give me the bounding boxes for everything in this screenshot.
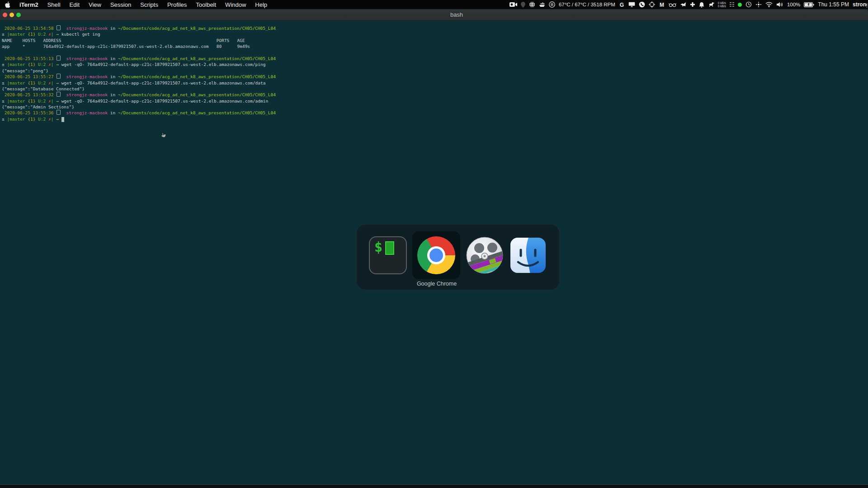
terminal-text: |master xyxy=(7,62,25,67)
chrome-inner-ring xyxy=(427,246,445,264)
terminal-text: {1} xyxy=(25,117,36,122)
terminal-text: |master xyxy=(7,80,25,85)
zoom-button[interactable] xyxy=(16,13,21,17)
terminal-text: ± xyxy=(2,62,7,67)
clipboard-icon xyxy=(57,92,61,97)
menu-item-help[interactable]: Help xyxy=(250,0,272,9)
terminal-text: strongjz-macbook xyxy=(66,74,108,79)
network-speed-readout[interactable]: 0 kB/s 0 kB/s xyxy=(718,1,726,8)
terminal-text: in xyxy=(108,26,118,31)
selected-app-label: Google Chrome xyxy=(417,281,457,287)
apple-icon[interactable] xyxy=(0,0,15,9)
terminal-line: 2020-06-25 13:55:13 strongjz-macbook in … xyxy=(2,56,868,61)
terminal-text: |master xyxy=(7,99,25,103)
traffic-lights xyxy=(3,13,21,17)
terminal-text: {"message":"Database Connected"} xyxy=(2,86,85,91)
terminal-text: in xyxy=(108,74,118,79)
terminal-text: in xyxy=(108,56,118,61)
terminal-text: {1} xyxy=(25,62,36,67)
terminal-text: strongjz-macbook xyxy=(66,110,108,115)
dog-icon[interactable] xyxy=(708,0,714,9)
display-icon[interactable] xyxy=(628,0,635,9)
terminal-line: ± |master {1} U:2 ✗| → kubectl get ing xyxy=(2,31,868,37)
mouse-cursor-hand-icon xyxy=(160,132,167,141)
terminal-text: ~/Documents/code/acg_ad_net_k8_aws_prese… xyxy=(118,110,276,115)
menu-item-profiles[interactable]: Profiles xyxy=(163,0,191,9)
menu-item-scripts[interactable]: Scripts xyxy=(136,0,163,9)
dollar-glyph: $ xyxy=(374,239,382,255)
window-title-bar[interactable]: bash xyxy=(0,9,868,21)
terminal-text: U:2 xyxy=(35,80,48,85)
terminal-line: ± |master {1} U:2 ✗| → xyxy=(2,116,868,122)
menu-item-window[interactable]: Window xyxy=(221,0,250,9)
chrome-blue-center xyxy=(429,249,443,262)
terminal-text: wget -qO- 764a4912-default-app-c21c-1879… xyxy=(61,80,266,85)
terminal-text: {1} xyxy=(25,80,36,85)
plus-icon[interactable] xyxy=(690,0,695,9)
eq-bars-icon[interactable] xyxy=(730,0,734,9)
menu-username[interactable]: strong xyxy=(853,1,867,8)
terminal-text: 2020-06-25 13:54:58 xyxy=(2,26,56,31)
app-icon-screenflow[interactable] xyxy=(466,236,504,274)
volume-icon[interactable] xyxy=(776,0,783,9)
terminal-line: NAME HOSTS ADDRESS PORTS AGE xyxy=(2,38,868,43)
terminal-text xyxy=(61,110,66,115)
app-icon-google-chrome[interactable] xyxy=(412,231,460,279)
terminal-text: U:2 xyxy=(35,32,48,37)
terminal-text: → xyxy=(53,117,61,122)
window-title: bash xyxy=(450,11,463,18)
menu-item-edit[interactable]: Edit xyxy=(65,0,84,9)
crosshair-icon[interactable] xyxy=(649,0,655,9)
terminal-text: wget -qO- 764a4912-default-app-c21c-1879… xyxy=(61,62,266,67)
sensor-readout[interactable]: 67°C / 67°C / 3518 RPM xyxy=(559,2,615,7)
g-icon[interactable]: G xyxy=(619,0,625,9)
menu-bar-left: iTerm2 Shell Edit View Session Scripts P… xyxy=(0,0,272,9)
terminal-text: ± xyxy=(2,99,7,103)
terminal-text: 2020-06-25 13:55:27 xyxy=(2,74,56,79)
tracking-icon[interactable] xyxy=(755,0,762,9)
time-machine-icon[interactable] xyxy=(745,0,752,9)
net-up: 0 kB/s xyxy=(718,1,726,5)
globe-icon[interactable] xyxy=(529,0,535,9)
terminal-line: ± |master {1} U:2 ✗| → wget -qO- 764a491… xyxy=(2,98,868,104)
screen-record-icon[interactable] xyxy=(509,0,517,9)
menu-clock[interactable]: Thu 1:55 PM xyxy=(818,1,849,8)
chrome-logo-icon xyxy=(417,236,455,274)
menu-item-toolbelt[interactable]: Toolbelt xyxy=(191,0,221,9)
menu-item-session[interactable]: Session xyxy=(106,0,136,9)
terminal-text: kubectl get ing xyxy=(61,32,100,37)
terminal-text: → xyxy=(53,62,61,67)
menu-item-view[interactable]: View xyxy=(84,0,106,9)
ship-icon[interactable] xyxy=(539,0,545,9)
terminal-line: ± |master {1} U:2 ✗| → wget -qO- 764a491… xyxy=(2,61,868,67)
terminal-text xyxy=(61,92,66,97)
menu-app-name[interactable]: iTerm2 xyxy=(15,0,43,9)
glasses-icon[interactable] xyxy=(669,0,676,9)
close-button[interactable] xyxy=(3,13,7,17)
menu-item-shell[interactable]: Shell xyxy=(43,0,65,9)
svg-text:M: M xyxy=(660,2,664,8)
app-icon-finder[interactable] xyxy=(509,236,547,274)
net-down: 0 kB/s xyxy=(718,5,726,8)
app-icon-iterm2[interactable]: $ xyxy=(369,236,407,274)
terminal-text: ± xyxy=(2,32,7,37)
bird-icon[interactable] xyxy=(680,0,686,9)
bell-icon[interactable] xyxy=(699,0,704,9)
terminal-line xyxy=(2,50,868,56)
terminal-text: → xyxy=(53,32,61,37)
phone-icon[interactable] xyxy=(639,0,645,9)
minimize-button[interactable] xyxy=(9,13,14,17)
terminal-text: ~/Documents/code/acg_ad_net_k8_aws_prese… xyxy=(118,26,276,31)
battery-icon[interactable] xyxy=(804,0,814,9)
green-dot-icon[interactable] xyxy=(738,3,742,7)
menu-bar: iTerm2 Shell Edit View Session Scripts P… xyxy=(0,0,868,9)
wifi-icon[interactable] xyxy=(765,0,773,9)
terminal-text: app * 764a4912-default-app-c21c-18799215… xyxy=(2,44,250,49)
battery-percent: 100% xyxy=(787,2,800,7)
stats-circle-icon[interactable] xyxy=(549,0,555,9)
location-icon[interactable] xyxy=(521,0,525,9)
terminal-text: wget -qO- 764a4912-default-app-c21c-1879… xyxy=(61,99,269,103)
terminal-text xyxy=(61,26,66,31)
m-icon[interactable]: M xyxy=(659,0,665,9)
cursor-block-glyph xyxy=(385,241,394,255)
